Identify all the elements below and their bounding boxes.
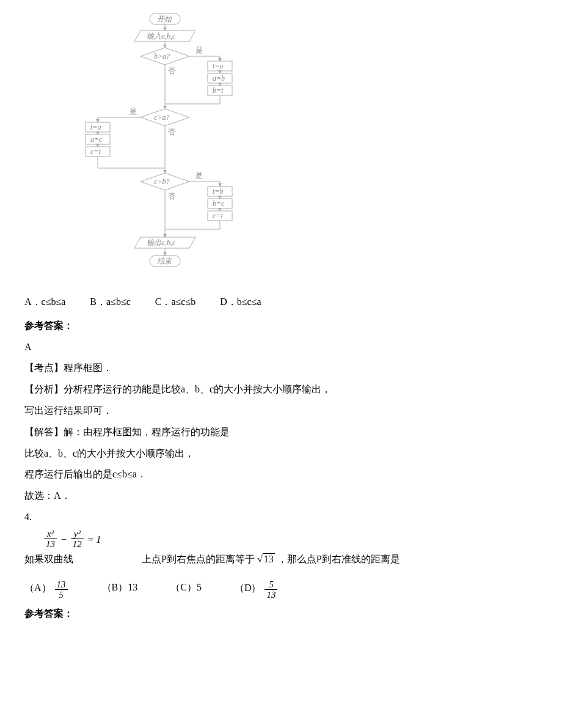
q4-opt-c: （C）5	[170, 579, 202, 597]
svg-text:t=a: t=a	[213, 62, 223, 70]
sqrt-13: √13	[257, 551, 275, 568]
q4-choices: （A） 135 （B）13 （C）5 （D） 513	[24, 578, 538, 599]
q3-options: A．c≤b≤a B．a≤b≤c C．a≤c≤b D．b≤c≤a	[24, 293, 538, 311]
flowchart-figure: 开始 输入a,b,c b>a? 是 否 t=a a=b b=t c>a? 是 否…	[79, 12, 538, 281]
svg-text:b=c: b=c	[213, 199, 225, 208]
svg-text:t=b: t=b	[213, 187, 223, 196]
q3-opt-a: A．c≤b≤a	[24, 293, 65, 311]
q3-answer: A	[24, 339, 538, 356]
node-end: 结束	[157, 257, 173, 265]
q3-opt-b: B．a≤b≤c	[90, 293, 130, 311]
svg-text:c=t: c=t	[90, 147, 101, 156]
q3-jieda-1: 【解答】解：由程序框图知，程序运行的功能是	[24, 424, 538, 441]
q4-stem: 如果双曲线 xxxxxxxxxxxxx 上点P到右焦点的距离等于 √13 ，那么…	[24, 551, 538, 568]
q3-jieda-2: 比较a、b、c的大小并按大小顺序输出，	[24, 445, 538, 463]
q3-kaodian: 【考点】程序框图．	[24, 359, 538, 377]
q3-jieda-3: 程序运行后输出的是c≤b≤a．	[24, 466, 538, 483]
svg-text:a=b: a=b	[213, 74, 225, 83]
node-d3: c>b?	[154, 177, 169, 186]
q4-equation-top: x²13 − y²12 = 1	[24, 530, 538, 551]
q3-ref-head: 参考答案：	[24, 317, 538, 335]
q4-opt-a: （A） 135	[24, 578, 69, 599]
q3-opt-d: D．b≤c≤a	[220, 293, 261, 311]
svg-text:否: 否	[168, 192, 175, 200]
svg-text:是: 是	[130, 107, 137, 116]
q3-jieda-4: 故选：A．	[24, 487, 538, 505]
q4-number: 4.	[24, 509, 538, 526]
svg-text:t=a: t=a	[90, 123, 101, 131]
node-start: 开始	[157, 15, 172, 23]
svg-text:b=t: b=t	[213, 86, 224, 95]
svg-text:否: 否	[168, 128, 175, 136]
svg-text:否: 否	[168, 67, 175, 75]
node-input: 输入a,b,c	[147, 32, 176, 40]
node-d1: b>a?	[154, 52, 170, 61]
q3-fenxi-2: 写出运行结果即可．	[24, 402, 538, 420]
svg-text:c=t: c=t	[213, 211, 223, 220]
svg-text:是: 是	[195, 46, 203, 54]
q4-ref-head: 参考答案：	[24, 605, 538, 623]
flowchart-svg: 开始 输入a,b,c b>a? 是 否 t=a a=b b=t c>a? 是 否…	[79, 12, 263, 281]
q4-opt-d: （D） 513	[235, 578, 279, 599]
node-d2: c>a?	[154, 113, 169, 122]
svg-text:a=c: a=c	[90, 135, 103, 144]
svg-text:是: 是	[195, 171, 203, 180]
q3-fenxi-1: 【分析】分析程序运行的功能是比较a、b、c的大小并按大小顺序输出，	[24, 381, 538, 399]
node-output: 输出a,b,c	[147, 238, 176, 247]
q4-opt-b: （B）13	[102, 579, 138, 597]
q3-opt-c: C．a≤c≤b	[155, 293, 195, 311]
